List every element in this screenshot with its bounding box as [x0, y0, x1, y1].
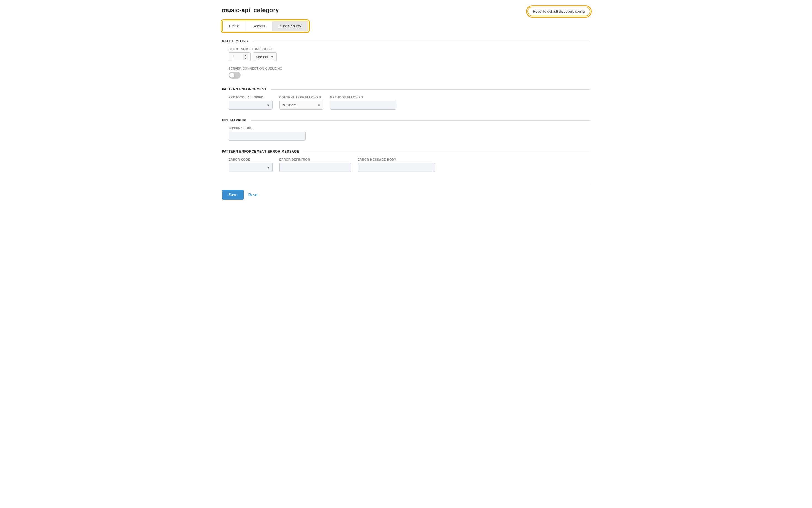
pattern-enforcement-error-divider — [304, 152, 590, 152]
reset-link-button[interactable]: Reset — [248, 193, 258, 197]
internal-url-label: INTERNAL URL — [229, 127, 590, 130]
internal-url-group: INTERNAL URL — [229, 127, 590, 141]
methods-allowed-label: METHODS ALLOWED — [330, 96, 396, 99]
methods-allowed-input[interactable] — [330, 100, 396, 110]
internal-url-input[interactable] — [229, 132, 306, 141]
error-code-select[interactable]: 400 401 403 404 500 — [229, 163, 273, 172]
decrement-button[interactable]: ▼ — [243, 57, 248, 60]
spike-threshold-input[interactable] — [229, 53, 243, 61]
rate-limiting-title: RATE LIMITING — [222, 39, 248, 43]
toggle-slider — [229, 72, 241, 79]
client-spike-threshold-group: CLIENT SPIKE THRESHOLD ▲ ▼ second minute… — [229, 47, 590, 61]
protocol-select-wrapper: HTTP HTTPS HTTP/2 ▼ — [229, 100, 273, 110]
tabs-container: Profile Servers Inline Security — [222, 20, 308, 31]
spike-threshold-input-wrapper: ▲ ▼ — [229, 52, 250, 61]
server-queueing-toggle[interactable] — [229, 72, 241, 79]
pattern-enforcement-section: PATTERN ENFORCEMENT PROTOCOL ALLOWED HTT… — [222, 87, 590, 110]
server-queueing-toggle-wrapper — [229, 72, 590, 79]
error-definition-input[interactable] — [279, 163, 351, 172]
page-title: music-api_category — [222, 7, 279, 14]
save-button[interactable]: Save — [222, 190, 244, 200]
error-message-body-input[interactable] — [358, 163, 435, 172]
content-type-allowed-select[interactable]: *Custom application/json text/html appli… — [279, 100, 323, 110]
error-code-label: ERROR CODE — [229, 158, 273, 161]
pattern-enforcement-title: PATTERN ENFORCEMENT — [222, 87, 267, 91]
tab-inline-security[interactable]: Inline Security — [272, 21, 308, 31]
rate-limiting-section: RATE LIMITING CLIENT SPIKE THRESHOLD ▲ ▼… — [222, 39, 590, 79]
client-spike-threshold-label: CLIENT SPIKE THRESHOLD — [229, 47, 590, 51]
tab-servers[interactable]: Servers — [246, 21, 272, 31]
unit-select-wrapper: second minute hour ▼ — [253, 52, 276, 61]
number-arrows: ▲ ▼ — [243, 54, 248, 60]
error-definition-field: ERROR DEFINITION — [279, 158, 351, 172]
error-message-body-label: ERROR MESSAGE BODY — [358, 158, 435, 161]
content-type-select-wrapper: *Custom application/json text/html appli… — [279, 100, 323, 110]
protocol-allowed-label: PROTOCOL ALLOWED — [229, 96, 273, 99]
tab-profile[interactable]: Profile — [223, 21, 246, 31]
error-code-field: ERROR CODE 400 401 403 404 500 ▼ — [229, 158, 273, 172]
error-definition-label: ERROR DEFINITION — [279, 158, 351, 161]
content-type-allowed-field: CONTENT TYPE ALLOWED *Custom application… — [279, 96, 323, 110]
content-type-allowed-label: CONTENT TYPE ALLOWED — [279, 96, 323, 99]
rate-limiting-divider — [253, 41, 590, 41]
error-message-body-field: ERROR MESSAGE BODY — [358, 158, 435, 172]
bottom-divider — [222, 183, 590, 183]
error-code-select-wrapper: 400 401 403 404 500 ▼ — [229, 163, 273, 172]
protocol-allowed-field: PROTOCOL ALLOWED HTTP HTTPS HTTP/2 ▼ — [229, 96, 273, 110]
url-mapping-title: URL MAPPING — [222, 119, 247, 122]
server-connection-queueing-group: SERVER CONNECTION QUEUEING — [229, 67, 590, 79]
footer-actions: Save Reset — [222, 190, 590, 200]
url-mapping-divider — [251, 120, 590, 121]
server-connection-queueing-label: SERVER CONNECTION QUEUEING — [229, 67, 590, 70]
methods-allowed-field: METHODS ALLOWED — [330, 96, 396, 110]
unit-select[interactable]: second minute hour — [253, 52, 276, 61]
increment-button[interactable]: ▲ — [243, 54, 248, 57]
url-mapping-section: URL MAPPING INTERNAL URL — [222, 119, 590, 141]
reset-default-button[interactable]: Reset to default discovery config — [528, 7, 590, 16]
protocol-allowed-select[interactable]: HTTP HTTPS HTTP/2 — [229, 100, 273, 110]
pattern-enforcement-error-title: PATTERN ENFORCEMENT ERROR MESSAGE — [222, 150, 300, 154]
pattern-enforcement-error-section: PATTERN ENFORCEMENT ERROR MESSAGE ERROR … — [222, 150, 590, 172]
